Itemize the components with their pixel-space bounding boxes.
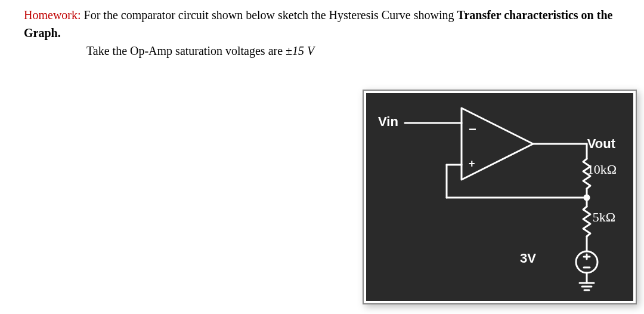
saturation-voltage: ±15 V: [286, 44, 314, 57]
problem-line2: Take the Op-Amp saturation voltages are …: [24, 42, 620, 60]
circuit-svg: [366, 93, 633, 301]
minus-terminal: −: [469, 122, 476, 137]
plus-terminal: +: [469, 158, 475, 170]
homework-label: Homework:: [24, 8, 81, 21]
vout-label: Vout: [587, 136, 615, 152]
problem-statement: Homework: For the comparator circuit sho…: [24, 6, 620, 60]
circuit-diagram: Vin Vout 10kΩ 5kΩ 3V + −: [366, 93, 633, 301]
circuit-diagram-frame: Vin Vout 10kΩ 5kΩ 3V + −: [363, 90, 637, 304]
svg-point-7: [584, 195, 589, 200]
problem-line1a: For the comparator circuit shown below s…: [81, 8, 457, 21]
problem-line2a: Take the Op-Amp saturation voltages are: [86, 44, 286, 57]
r5k-label: 5kΩ: [593, 210, 615, 225]
r10k-label: 10kΩ: [587, 162, 617, 177]
vin-label: Vin: [378, 114, 398, 130]
vref-label: 3V: [520, 251, 536, 266]
